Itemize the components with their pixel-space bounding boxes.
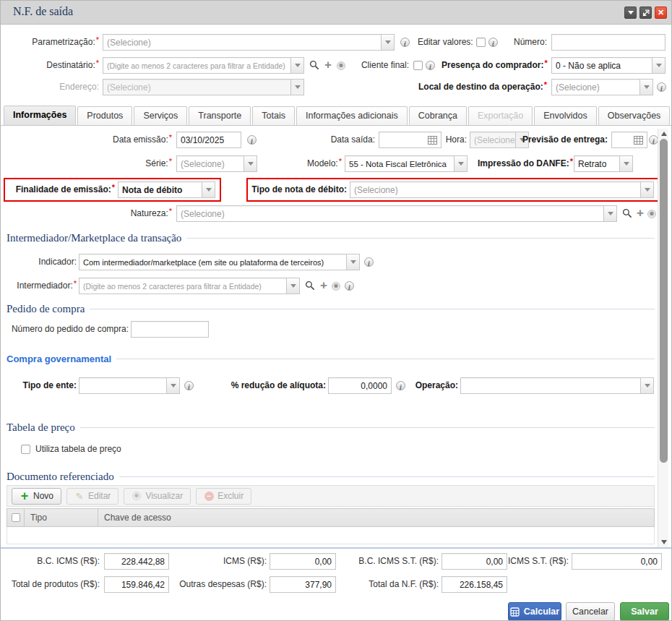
dropdown-arrow-icon[interactable]	[381, 35, 394, 50]
icms-input[interactable]: 0,00	[270, 553, 336, 570]
search-icon[interactable]	[309, 60, 319, 70]
previsao-entrega-input[interactable]	[611, 132, 647, 148]
dropdown-arrow-icon[interactable]	[603, 206, 616, 221]
bc-icms-input[interactable]: 228.442,88	[104, 553, 169, 570]
total-nf-input[interactable]: 226.158,45	[441, 576, 507, 593]
restore-icon[interactable]	[639, 7, 652, 19]
tipo-nota-debito-label: Tipo de nota de débito:	[251, 181, 347, 198]
calcular-button[interactable]: Calcular	[508, 602, 561, 621]
tipo-ente-select[interactable]	[79, 377, 180, 394]
info-icon[interactable]	[364, 257, 374, 267]
dropdown-arrow-icon[interactable]	[639, 80, 652, 95]
dropdown-arrow-icon[interactable]	[346, 254, 359, 270]
tab-bar: Informações Produtos Serviços Transporte…	[1, 106, 671, 126]
tab-cobranca[interactable]: Cobrança	[409, 106, 467, 125]
info-icon[interactable]	[247, 135, 257, 145]
reducao-aliquota-label: % redução de alíquota:	[228, 377, 326, 394]
dropdown-arrow-icon[interactable]	[202, 182, 215, 197]
search-icon[interactable]	[622, 208, 632, 218]
tab-totais[interactable]: Totais	[252, 106, 295, 125]
outras-despesas-input[interactable]: 377,90	[270, 576, 336, 593]
tab-transporte[interactable]: Transporte	[189, 106, 251, 125]
tipo-ente-value	[79, 378, 166, 393]
total-produtos-input[interactable]: 159.846,42	[104, 576, 169, 593]
cliente-final-checkbox[interactable]	[413, 61, 423, 70]
info-icon[interactable]	[345, 281, 354, 291]
scroll-up-icon[interactable]	[661, 132, 667, 136]
dropdown-arrow-icon[interactable]	[454, 156, 467, 171]
info-icon[interactable]	[184, 381, 194, 390]
icms-st-input[interactable]: 0,00	[572, 553, 662, 570]
calendar-icon[interactable]	[634, 136, 643, 145]
dropdown-arrow-icon[interactable]	[290, 58, 303, 73]
serie-select[interactable]: (Selecione)	[176, 155, 257, 172]
info-icon[interactable]	[396, 381, 405, 390]
tipo-nota-debito-select[interactable]: (Selecione)	[350, 181, 654, 198]
tipo-ente-label: Tipo de ente:	[15, 377, 77, 394]
cancelar-button[interactable]: Cancelar	[566, 602, 615, 621]
presenca-comprador-select[interactable]: 0 - Não se aplica	[551, 57, 665, 74]
numero-pedido-input[interactable]	[131, 321, 209, 338]
modelo-select[interactable]: 55 - Nota Fiscal Eletrônica	[345, 155, 468, 172]
bc-icms-st-input[interactable]: 0,00	[441, 553, 507, 570]
dropdown-arrow-icon[interactable]	[619, 156, 632, 171]
scroll-down-icon[interactable]	[661, 540, 667, 544]
impressao-danfe-label: Impressão do DANFE:*	[478, 155, 572, 172]
dropdown-arrow-icon[interactable]	[652, 58, 665, 73]
section-pedido-compra: Pedido de compra	[7, 301, 655, 316]
presenca-comprador-value: 0 - Não se aplica	[552, 58, 652, 73]
collapse-icon[interactable]	[624, 7, 637, 19]
tab-informacoes-adicionais[interactable]: Informações adicionais	[296, 106, 408, 125]
salvar-button[interactable]: Salvar	[620, 602, 669, 621]
info-icon[interactable]	[657, 82, 666, 92]
local-destino-select[interactable]: (Selecione)	[551, 79, 653, 95]
indicador-value: Com intermediador/marketplace (em site o…	[79, 254, 346, 270]
scrollbar-thumb[interactable]	[660, 139, 668, 463]
utiliza-tabela-checkbox[interactable]	[21, 445, 30, 454]
tab-informacoes[interactable]: Informações	[4, 106, 76, 125]
parametrizacao-select[interactable]: (Selecione)	[103, 34, 395, 51]
close-icon[interactable]	[655, 7, 667, 19]
select-all-checkbox[interactable]	[7, 509, 25, 526]
section-documento-referenciado: Documento referenciado	[7, 469, 655, 484]
icms-st-label: ICMS S.T. (R$):	[499, 553, 569, 570]
numero-pedido-label: Número do pedido de compra:	[8, 321, 129, 338]
destinatario-select[interactable]: (Digite ao menos 2 caracteres para filtr…	[103, 57, 304, 74]
vertical-scrollbar[interactable]	[658, 129, 668, 547]
search-icon[interactable]	[305, 280, 315, 291]
local-destino-value: (Selecione)	[552, 80, 639, 95]
operacao-select[interactable]	[460, 377, 654, 394]
column-header-tipo[interactable]: Tipo	[25, 509, 98, 526]
add-icon[interactable]	[319, 280, 329, 291]
column-header-chave[interactable]: Chave de acesso	[98, 509, 654, 526]
novo-button[interactable]: Novo	[12, 488, 61, 505]
utiliza-tabela-label: Utiliza tabela de preço	[35, 441, 151, 458]
reducao-aliquota-input[interactable]: 0,0000	[328, 377, 392, 394]
tab-envolvidos[interactable]: Envolvidos	[534, 106, 596, 125]
window-titlebar[interactable]: N.F. de saída	[1, 1, 671, 25]
tipo-nota-debito-value: (Selecione)	[350, 182, 640, 197]
numero-input[interactable]	[551, 34, 665, 51]
add-icon[interactable]	[635, 207, 645, 219]
tab-servicos[interactable]: Serviços	[134, 106, 187, 125]
dropdown-arrow-icon[interactable]	[286, 278, 299, 294]
info-icon[interactable]	[400, 38, 410, 47]
natureza-select[interactable]: (Selecione)	[176, 205, 617, 222]
dropdown-arrow-icon[interactable]	[640, 378, 653, 393]
editar-button: Editar	[66, 488, 119, 505]
impressao-danfe-select[interactable]: Retrato	[574, 155, 633, 172]
indicador-select[interactable]: Com intermediador/marketplace (em site o…	[79, 254, 360, 270]
dropdown-arrow-icon[interactable]	[166, 378, 179, 393]
finalidade-emissao-select[interactable]: Nota de débito	[118, 181, 215, 198]
tab-observacoes[interactable]: Observações	[598, 106, 671, 125]
intermediador-select[interactable]: (Digite ao menos 2 caracteres para filtr…	[79, 278, 300, 294]
destinatario-label: Destinatário:*	[1, 57, 99, 74]
section-title: Pedido de compra	[7, 303, 90, 315]
dropdown-arrow-icon[interactable]	[244, 156, 257, 171]
tab-produtos[interactable]: Produtos	[77, 106, 132, 125]
add-icon[interactable]	[323, 59, 333, 71]
info-icon[interactable]	[426, 61, 435, 70]
operacao-value	[461, 378, 640, 393]
dropdown-arrow-icon[interactable]	[640, 182, 653, 197]
data-emissao-input[interactable]: 03/10/2025	[176, 132, 241, 148]
